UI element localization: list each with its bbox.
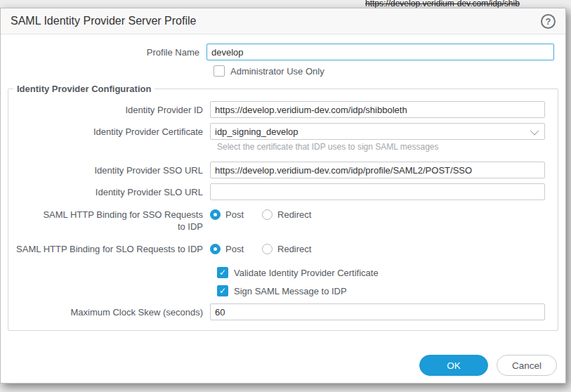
clock-skew-label: Maximum Clock Skew (seconds) [8, 306, 210, 318]
ok-button[interactable]: OK [419, 355, 488, 376]
slo-binding-radio-group: Post Redirect [210, 244, 311, 254]
sso-binding-option-post: Post [210, 209, 244, 220]
profile-name-label: Profile Name [1, 46, 206, 58]
validate-certificate-label[interactable]: Validate Identity Provider Certificate [234, 268, 379, 278]
cancel-button[interactable]: Cancel [497, 355, 557, 376]
sso-binding-radio-group: Post Redirect [210, 209, 311, 220]
sso-binding-post-radio[interactable] [210, 209, 221, 220]
sso-binding-redirect-radio[interactable] [262, 209, 273, 220]
saml-idp-server-profile-dialog: SAML Identity Provider Server Profile ? … [0, 8, 566, 384]
chevron-down-icon [530, 126, 539, 135]
profile-name-input[interactable] [206, 44, 554, 60]
sso-binding-post-label[interactable]: Post [225, 209, 244, 220]
idp-certificate-row: Identity Provider Certificate idp_signin… [8, 123, 545, 140]
slo-binding-redirect-label[interactable]: Redirect [277, 244, 311, 254]
dialog-title: SAML Identity Provider Server Profile [11, 15, 196, 27]
sign-saml-label[interactable]: Sign SAML Message to IDP [234, 286, 347, 296]
sso-binding-label: SAML HTTP Binding for SSO Requests to ID… [8, 209, 210, 233]
sso-binding-redirect-label[interactable]: Redirect [277, 209, 311, 220]
idp-certificate-label: Identity Provider Certificate [8, 126, 210, 138]
sign-saml-row: Sign SAML Message to IDP [217, 285, 545, 296]
slo-binding-option-redirect: Redirect [262, 244, 311, 254]
section-legend: Identity Provider Configuration [13, 84, 155, 94]
background-page: https://develop.veridium-dev.com/idp/shi… [0, 0, 571, 392]
slo-binding-post-radio[interactable] [210, 244, 221, 254]
identity-provider-configuration-section: Identity Provider Configuration Identity… [8, 84, 558, 331]
slo-binding-row: SAML HTTP Binding for SLO Requests to ID… [8, 243, 545, 255]
slo-binding-option-post: Post [210, 244, 244, 254]
idp-slo-url-input[interactable] [210, 183, 545, 200]
idp-sso-url-label: Identity Provider SSO URL [8, 164, 210, 176]
validate-certificate-checkbox[interactable] [217, 267, 228, 278]
clock-skew-row: Maximum Clock Skew (seconds) [8, 303, 545, 320]
idp-id-label: Identity Provider ID [8, 104, 210, 116]
slo-binding-post-label[interactable]: Post [225, 244, 244, 254]
dialog-footer: OK Cancel [419, 355, 557, 376]
idp-sso-url-row: Identity Provider SSO URL [8, 162, 545, 178]
dialog-header: SAML Identity Provider Server Profile ? [1, 8, 565, 34]
administrator-use-only-checkbox[interactable] [214, 65, 225, 77]
dialog-body: Profile Name Administrator Use Only Iden… [1, 34, 565, 384]
sign-saml-checkbox[interactable] [217, 285, 228, 296]
idp-certificate-select[interactable]: idp_signing_develop [210, 123, 545, 140]
idp-id-row: Identity Provider ID [8, 101, 545, 118]
idp-id-input[interactable] [210, 101, 545, 118]
slo-binding-redirect-radio[interactable] [262, 244, 273, 254]
slo-binding-label: SAML HTTP Binding for SLO Requests to ID… [8, 243, 210, 255]
idp-slo-url-row: Identity Provider SLO URL [8, 183, 545, 200]
validate-certificate-row: Validate Identity Provider Certificate [217, 267, 545, 278]
idp-slo-url-label: Identity Provider SLO URL [8, 186, 210, 198]
clock-skew-input[interactable] [210, 303, 545, 320]
administrator-use-only-label[interactable]: Administrator Use Only [230, 66, 324, 77]
profile-name-row: Profile Name [1, 44, 554, 60]
sso-binding-option-redirect: Redirect [262, 209, 311, 220]
idp-certificate-selected-value: idp_signing_develop [215, 126, 298, 137]
help-icon[interactable]: ? [541, 14, 556, 29]
idp-certificate-helper-text: Select the certificate that IDP uses to … [217, 142, 555, 152]
sso-binding-row: SAML HTTP Binding for SSO Requests to ID… [8, 209, 545, 233]
idp-sso-url-input[interactable] [210, 162, 545, 178]
admin-only-row: Administrator Use Only [214, 65, 554, 77]
